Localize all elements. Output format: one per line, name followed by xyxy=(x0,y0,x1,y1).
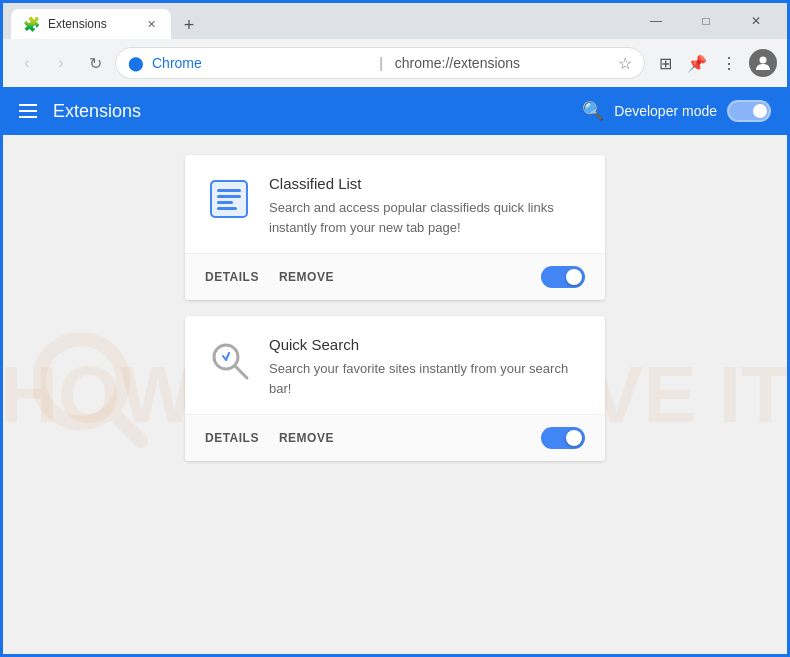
remove-button-quicksearch[interactable]: REMOVE xyxy=(279,425,334,451)
watermark-logo xyxy=(33,333,153,457)
titlebar: 🧩 Extensions ✕ + — □ ✕ xyxy=(3,3,787,39)
svg-rect-4 xyxy=(217,189,241,192)
extension-name-quicksearch: Quick Search xyxy=(269,336,585,353)
tab-close-button[interactable]: ✕ xyxy=(143,16,159,32)
tab-extension-icon: 🧩 xyxy=(23,16,40,32)
enable-toggle-quicksearch[interactable] xyxy=(541,427,585,449)
toggle-knob-quicksearch xyxy=(566,430,582,446)
extension-card-classified-list: Classified List Search and access popula… xyxy=(185,155,605,300)
extension-name-classified: Classified List xyxy=(269,175,585,192)
toggle-wrap-classified xyxy=(541,266,585,288)
forward-button[interactable]: › xyxy=(47,49,75,77)
pin-icon[interactable]: 📌 xyxy=(683,49,711,77)
browser-window: 🧩 Extensions ✕ + — □ ✕ ‹ › ↻ ⬤ Chrome | xyxy=(0,0,790,657)
url-text: chrome://extensions xyxy=(395,55,610,71)
enable-toggle-classified[interactable] xyxy=(541,266,585,288)
page-title: Extensions xyxy=(53,101,141,122)
svg-line-2 xyxy=(111,411,141,441)
toggle-wrap-quicksearch xyxy=(541,427,585,449)
details-button-classified[interactable]: DETAILS xyxy=(205,264,259,290)
extensions-toolbar-button[interactable]: ⊞ xyxy=(651,49,679,77)
svg-point-1 xyxy=(39,339,123,423)
svg-rect-3 xyxy=(211,181,247,217)
card-footer-quicksearch: DETAILS REMOVE xyxy=(185,414,605,461)
back-button[interactable]: ‹ xyxy=(13,49,41,77)
classified-list-icon xyxy=(205,175,253,223)
extension-desc-classified: Search and access popular classifieds qu… xyxy=(269,198,585,237)
maximize-button[interactable]: □ xyxy=(683,3,729,39)
main-content: HOW TO REMOVE IT Classif xyxy=(3,135,787,654)
developer-mode-label: Developer mode xyxy=(614,103,717,119)
addressbar: ‹ › ↻ ⬤ Chrome | chrome://extensions ☆ ⊞… xyxy=(3,39,787,87)
svg-rect-5 xyxy=(217,195,241,198)
profile-button[interactable] xyxy=(749,49,777,77)
card-info-quicksearch: Quick Search Search your favorite sites … xyxy=(269,336,585,398)
card-footer-classified: DETAILS REMOVE xyxy=(185,253,605,300)
close-button[interactable]: ✕ xyxy=(733,3,779,39)
browser-brand: Chrome xyxy=(152,55,367,71)
toggle-knob xyxy=(753,104,767,118)
active-tab[interactable]: 🧩 Extensions ✕ xyxy=(11,9,171,39)
menu-button[interactable]: ⋮ xyxy=(715,49,743,77)
search-icon[interactable]: 🔍 xyxy=(582,100,604,122)
quick-search-icon xyxy=(205,336,253,384)
svg-point-0 xyxy=(760,57,767,64)
toolbar-icons: ⊞ 📌 ⋮ xyxy=(651,49,743,77)
remove-button-classified[interactable]: REMOVE xyxy=(279,264,334,290)
url-bar[interactable]: ⬤ Chrome | chrome://extensions ☆ xyxy=(115,47,645,79)
window-controls: — □ ✕ xyxy=(633,3,779,39)
extensions-header: Extensions 🔍 Developer mode xyxy=(3,87,787,135)
reload-button[interactable]: ↻ xyxy=(81,49,109,77)
extension-card-quick-search: Quick Search Search your favorite sites … xyxy=(185,316,605,461)
tab-label: Extensions xyxy=(48,17,135,31)
chrome-logo-icon: ⬤ xyxy=(128,55,144,71)
bookmark-icon[interactable]: ☆ xyxy=(618,54,632,73)
developer-mode-section: 🔍 Developer mode xyxy=(582,100,771,122)
developer-mode-toggle[interactable] xyxy=(727,100,771,122)
card-top-quicksearch: Quick Search Search your favorite sites … xyxy=(185,316,605,414)
card-top-classified: Classified List Search and access popula… xyxy=(185,155,605,253)
tab-area: 🧩 Extensions ✕ + xyxy=(11,3,633,39)
new-tab-button[interactable]: + xyxy=(175,11,203,39)
hamburger-menu[interactable] xyxy=(19,104,37,118)
svg-line-9 xyxy=(235,366,247,378)
card-info-classified: Classified List Search and access popula… xyxy=(269,175,585,237)
extension-desc-quicksearch: Search your favorite sites instantly fro… xyxy=(269,359,585,398)
toggle-knob-classified xyxy=(566,269,582,285)
svg-rect-7 xyxy=(217,207,237,210)
svg-rect-6 xyxy=(217,201,233,204)
details-button-quicksearch[interactable]: DETAILS xyxy=(205,425,259,451)
minimize-button[interactable]: — xyxy=(633,3,679,39)
extensions-list: Classified List Search and access popula… xyxy=(185,155,605,461)
